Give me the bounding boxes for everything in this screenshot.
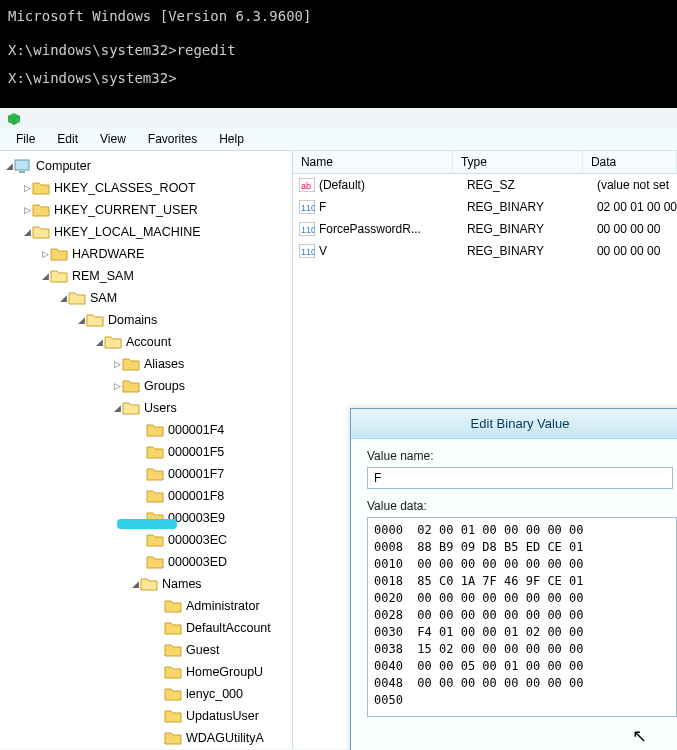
- tree-label: Guest: [186, 643, 219, 657]
- svg-text:110: 110: [301, 247, 315, 257]
- folder-open-icon: [32, 224, 50, 240]
- tree-node-sam[interactable]: ◢ SAM: [0, 287, 292, 309]
- tree-node-domains[interactable]: ◢ Domains: [0, 309, 292, 331]
- expander-icon[interactable]: ◢: [130, 579, 140, 589]
- folder-icon: [146, 466, 164, 482]
- tree-node-account[interactable]: ◢ Account: [0, 331, 292, 353]
- menu-file[interactable]: File: [6, 130, 45, 148]
- value-row[interactable]: 110VREG_BINARY00 00 00 00: [293, 240, 677, 262]
- binary-value-icon: 110: [299, 244, 315, 258]
- cmd-line: Microsoft Windows [Version 6.3.9600]: [8, 4, 669, 28]
- tree-label: REM_SAM: [72, 269, 134, 283]
- tree-node-groups[interactable]: ▷ Groups: [0, 375, 292, 397]
- tree-label: WDAGUtilityA: [186, 731, 264, 745]
- value-row[interactable]: 110FREG_BINARY02 00 01 00 00: [293, 196, 677, 218]
- value-name-input[interactable]: [367, 467, 673, 489]
- tree-node-hklm[interactable]: ◢ HKEY_LOCAL_MACHINE: [0, 221, 292, 243]
- tree-label: HKEY_CLASSES_ROOT: [54, 181, 196, 195]
- row-name: V: [319, 244, 467, 258]
- expander-icon[interactable]: ◢: [40, 271, 50, 281]
- tree-label: HomeGroupU: [186, 665, 263, 679]
- tree-node-hardware[interactable]: ▷ HARDWARE: [0, 243, 292, 265]
- col-data[interactable]: Data: [583, 151, 677, 173]
- tree-node-user[interactable]: 000003ED: [0, 551, 292, 573]
- svg-rect-1: [19, 171, 25, 173]
- cmd-line: X:\windows\system32>regedit: [8, 38, 669, 62]
- computer-icon: [14, 158, 30, 174]
- expander-icon[interactable]: ◢: [76, 315, 86, 325]
- tree-node-rem-sam[interactable]: ◢ REM_SAM: [0, 265, 292, 287]
- tree-label: Aliases: [144, 357, 184, 371]
- tree-node-name-item[interactable]: DefaultAccount: [0, 617, 292, 639]
- hex-editor[interactable]: 0000 02 00 01 00 00 00 00 00 0008 88 B9 …: [367, 517, 677, 717]
- binary-value-icon: 110: [299, 200, 315, 214]
- tree-label: Administrator: [186, 599, 260, 613]
- cmd-line: X:\windows\system32>: [8, 66, 669, 90]
- tree-label: HARDWARE: [72, 247, 144, 261]
- tree-node-users[interactable]: ◢ Users: [0, 397, 292, 419]
- expander-icon[interactable]: ◢: [58, 293, 68, 303]
- menu-help[interactable]: Help: [209, 130, 254, 148]
- expander-icon[interactable]: ▷: [112, 359, 122, 369]
- folder-open-icon: [86, 312, 104, 328]
- tree-node-name-item[interactable]: Guest: [0, 639, 292, 661]
- tree-node-name-item[interactable]: lenyc_000: [0, 683, 292, 705]
- menu-bar: File Edit View Favorites Help: [0, 128, 677, 151]
- col-type[interactable]: Type: [453, 151, 583, 173]
- tree-node-name-item[interactable]: UpdatusUser: [0, 705, 292, 727]
- folder-icon: [32, 180, 50, 196]
- tree-label: 000001F8: [168, 489, 224, 503]
- tree-node-name-item[interactable]: HomeGroupU: [0, 661, 292, 683]
- row-type: REG_SZ: [467, 178, 597, 192]
- expander-icon[interactable]: ▷: [22, 183, 32, 193]
- tree-node-names[interactable]: ◢ Names: [0, 573, 292, 595]
- folder-open-icon: [104, 334, 122, 350]
- row-type: REG_BINARY: [467, 244, 597, 258]
- svg-text:110: 110: [301, 225, 315, 235]
- tree-node-user[interactable]: 000001F5: [0, 441, 292, 463]
- tree-label: SAM: [90, 291, 117, 305]
- folder-icon: [164, 642, 182, 658]
- row-data: 00 00 00 00: [597, 222, 677, 236]
- menu-edit[interactable]: Edit: [47, 130, 88, 148]
- svg-rect-0: [15, 160, 29, 170]
- tree-node-name-item[interactable]: Administrator: [0, 595, 292, 617]
- menu-favorites[interactable]: Favorites: [138, 130, 207, 148]
- value-row[interactable]: 110ForcePasswordR...REG_BINARY00 00 00 0…: [293, 218, 677, 240]
- tree-node-computer[interactable]: ◢ Computer: [0, 155, 292, 177]
- expander-icon[interactable]: ◢: [22, 227, 32, 237]
- folder-icon: [122, 378, 140, 394]
- menu-view[interactable]: View: [90, 130, 136, 148]
- tree-label: Users: [144, 401, 177, 415]
- expander-icon[interactable]: ▷: [22, 205, 32, 215]
- tree-label: Groups: [144, 379, 185, 393]
- registry-tree[interactable]: ◢ Computer ▷ HKEY_CLASSES_ROOT ▷ HKEY_CU…: [0, 151, 293, 749]
- expander-icon[interactable]: ◢: [94, 337, 104, 347]
- folder-icon: [146, 488, 164, 504]
- tree-node-hkcu[interactable]: ▷ HKEY_CURRENT_USER: [0, 199, 292, 221]
- row-type: REG_BINARY: [467, 222, 597, 236]
- tree-node-aliases[interactable]: ▷ Aliases: [0, 353, 292, 375]
- folder-icon: [164, 730, 182, 746]
- tree-node-user[interactable]: 000001F4: [0, 419, 292, 441]
- tree-node-user[interactable]: 000001F8: [0, 485, 292, 507]
- expander-icon[interactable]: ◢: [4, 161, 14, 171]
- expander-icon[interactable]: ▷: [112, 381, 122, 391]
- title-bar: [0, 108, 677, 128]
- tree-node-user[interactable]: 000001F7: [0, 463, 292, 485]
- folder-open-icon: [122, 400, 140, 416]
- folder-open-icon: [68, 290, 86, 306]
- row-name: ForcePasswordR...: [319, 222, 467, 236]
- value-row[interactable]: ab(Default)REG_SZ(value not set: [293, 174, 677, 196]
- folder-icon: [164, 620, 182, 636]
- dialog-title: Edit Binary Value: [351, 409, 677, 439]
- expander-icon[interactable]: ◢: [112, 403, 122, 413]
- expander-icon[interactable]: ▷: [40, 249, 50, 259]
- tree-node-name-item[interactable]: WDAGUtilityA: [0, 727, 292, 749]
- folder-icon: [32, 202, 50, 218]
- tree-node-hkcr[interactable]: ▷ HKEY_CLASSES_ROOT: [0, 177, 292, 199]
- tree-label: HKEY_LOCAL_MACHINE: [54, 225, 201, 239]
- tree-label: Domains: [108, 313, 157, 327]
- tree-node-user[interactable]: 000003EC: [0, 529, 292, 551]
- col-name[interactable]: Name: [293, 151, 453, 173]
